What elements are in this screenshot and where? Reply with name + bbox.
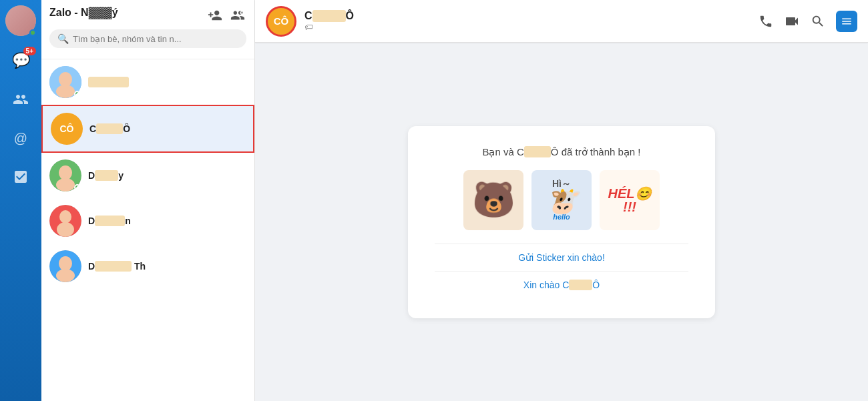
- contact-panel: Zalo - N▓▓▓ý 🔍: [41, 0, 255, 401]
- contact-info: ▓▓▓▓▓▓: [88, 77, 246, 87]
- friend-card-actions: Gửi Sticker xin chào! Xin chào C▓▓▓Ô: [435, 244, 688, 298]
- chat-area: CÔ C▓▓▓Ô 🏷: [255, 0, 868, 401]
- contact-avatar-d1: [49, 159, 81, 191]
- user-online-indicator: [29, 29, 36, 36]
- add-friend-button[interactable]: [208, 8, 222, 23]
- chat-header-sub: 🏷: [304, 22, 750, 32]
- sidebar-item-contacts[interactable]: [0, 80, 41, 119]
- contact-name-d1: D▓▓▓y: [88, 170, 246, 181]
- create-group-button[interactable]: [230, 8, 245, 23]
- sidebar-user-avatar[interactable]: [0, 0, 41, 41]
- contact-info-d1: D▓▓▓y: [88, 170, 246, 181]
- chat-header-name: C▓▓▓Ô: [304, 10, 750, 22]
- contact-avatar-d2: [49, 205, 81, 237]
- contacts-icon: [13, 91, 29, 107]
- svg-point-11: [59, 256, 72, 271]
- svg-point-6: [56, 178, 75, 191]
- sticker-hello: Hì～ 🐮 hello: [531, 170, 592, 230]
- tag-icon: 🏷: [304, 22, 313, 32]
- friend-card-title: Bạn và C▓▓▓Ô đã trở thành bạn !: [435, 146, 688, 158]
- svg-point-3: [56, 85, 75, 98]
- contact-list: ▓▓▓▓▓▓ CÔ C▓▓▓Ô D▓▓▓y: [41, 59, 254, 401]
- list-item[interactable]: ▓▓▓▓▓▓: [41, 59, 254, 105]
- panel-actions: [208, 8, 246, 23]
- online-indicator: [74, 91, 81, 97]
- contact-avatar-top: [49, 66, 81, 98]
- contact-info-d2: D▓▓▓n: [88, 216, 246, 226]
- list-item-d1[interactable]: D▓▓▓y: [41, 153, 254, 198]
- search-icon: 🔍: [57, 33, 69, 44]
- chat-header-info: C▓▓▓Ô 🏷: [304, 10, 750, 32]
- todo-icon: [13, 169, 29, 185]
- chat-search-button[interactable]: [811, 14, 825, 29]
- send-sticker-button[interactable]: Gửi Sticker xin chào!: [435, 244, 688, 272]
- search-input[interactable]: [73, 34, 238, 44]
- svg-point-2: [59, 72, 72, 87]
- sidebar-item-chat[interactable]: 💬 5+: [0, 41, 41, 80]
- contact-info-co: C▓▓▓Ô: [89, 123, 245, 134]
- online-indicator-d1: [74, 184, 81, 191]
- phone-call-button[interactable]: [758, 14, 773, 29]
- panel-header: Zalo - N▓▓▓ý 🔍: [41, 0, 254, 59]
- svg-point-5: [59, 165, 72, 180]
- svg-point-12: [56, 269, 75, 282]
- chat-header-actions: [758, 11, 857, 32]
- at-icon: @: [14, 131, 27, 146]
- search-bar[interactable]: 🔍: [49, 29, 246, 48]
- chat-messages: Bạn và C▓▓▓Ô đã trở thành bạn ! 🐻 Hì～ 🐮 …: [255, 43, 868, 401]
- svg-point-8: [59, 210, 71, 224]
- sidebar-item-todo[interactable]: [0, 157, 41, 196]
- list-item-co[interactable]: CÔ C▓▓▓Ô: [41, 105, 254, 153]
- panel-title: Zalo - N▓▓▓ý: [49, 7, 118, 19]
- sidebar: 💬 5+ @: [0, 0, 41, 401]
- sticker-bear: 🐻: [463, 170, 523, 230]
- chat-badge: 5+: [23, 47, 36, 55]
- side-panel-button[interactable]: [836, 11, 857, 32]
- contact-avatar-d3: [49, 250, 81, 282]
- contact-name: ▓▓▓▓▓▓: [88, 77, 246, 87]
- blurred-name: ▓▓▓▓▓▓: [88, 77, 129, 87]
- list-item-d2[interactable]: D▓▓▓n: [41, 198, 254, 244]
- contact-name-d3: D▓▓▓▓▓ Th: [88, 261, 246, 272]
- chat-header-avatar: CÔ: [266, 6, 296, 37]
- say-hello-button[interactable]: Xin chào C▓▓▓Ô: [435, 272, 688, 298]
- friend-card: Bạn và C▓▓▓Ô đã trở thành bạn ! 🐻 Hì～ 🐮 …: [408, 126, 715, 318]
- contact-name-co: C▓▓▓Ô: [89, 123, 245, 134]
- chat-header: CÔ C▓▓▓Ô 🏷: [255, 0, 868, 43]
- stickers-row: 🐻 Hì～ 🐮 hello HÉL😊 !!!: [435, 170, 688, 230]
- contact-avatar-co: CÔ: [51, 113, 83, 145]
- avatar-initials: CÔ: [60, 123, 74, 134]
- sidebar-item-mentions[interactable]: @: [0, 119, 41, 157]
- sticker-helo: HÉL😊 !!!: [600, 170, 660, 230]
- contact-info-d3: D▓▓▓▓▓ Th: [88, 261, 246, 272]
- video-call-button[interactable]: [784, 13, 800, 29]
- list-item-d3[interactable]: D▓▓▓▓▓ Th: [41, 244, 254, 289]
- svg-point-9: [57, 222, 74, 237]
- contact-name-d2: D▓▓▓n: [88, 216, 246, 226]
